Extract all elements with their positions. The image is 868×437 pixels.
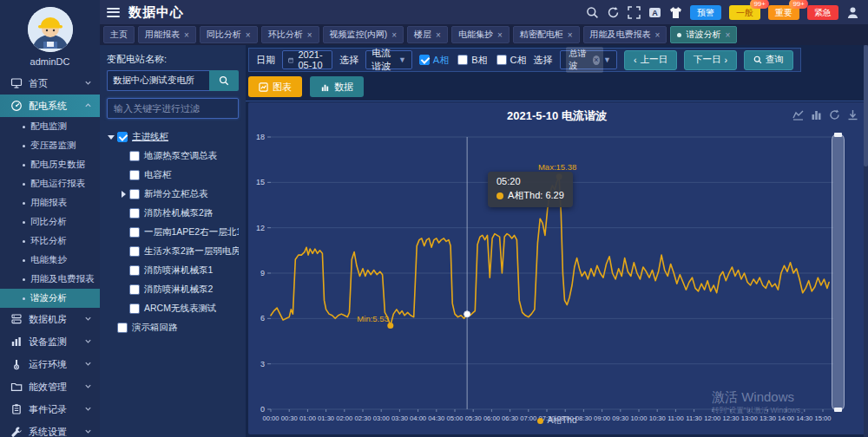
checkbox-icon[interactable]: [129, 303, 140, 314]
data-view-button[interactable]: 数据: [310, 76, 364, 97]
theme-shirt-icon[interactable]: [669, 6, 682, 19]
checkbox-icon[interactable]: [117, 323, 128, 333]
tree-node-生活水泵2路一层弱电房[interactable]: 生活水泵2路一层弱电房: [107, 242, 239, 261]
tree-node-电容柜[interactable]: 电容柜: [107, 166, 239, 185]
bar-chart-icon[interactable]: [811, 109, 822, 121]
checkbox-icon[interactable]: [129, 227, 140, 238]
sidebar-subitem-变压器监测[interactable]: 变压器监测: [0, 136, 100, 155]
tab-close-icon[interactable]: ×: [568, 30, 573, 40]
language-icon[interactable]: A: [648, 6, 661, 19]
tab-close-icon[interactable]: ×: [391, 30, 397, 40]
tree-node-消防喷淋机械泵1[interactable]: 消防喷淋机械泵1: [107, 261, 239, 280]
tab-close-icon[interactable]: ×: [497, 30, 503, 40]
tab-close-icon[interactable]: ×: [307, 30, 312, 40]
sidebar-item-首页[interactable]: 首页: [0, 72, 100, 95]
datazoom-bottom-handle[interactable]: [834, 408, 842, 412]
tab-同比分析[interactable]: 同比分析×: [200, 26, 258, 43]
restore-icon[interactable]: [829, 109, 840, 121]
checkbox-icon[interactable]: [129, 265, 140, 276]
tree-node-消防喷淋机械泵2[interactable]: 消防喷淋机械泵2: [107, 280, 239, 299]
caret-down-icon[interactable]: [107, 135, 115, 140]
tree-node-演示箱回路[interactable]: 演示箱回路: [107, 318, 239, 337]
tab-close-icon[interactable]: ×: [436, 30, 441, 40]
alert-button-general[interactable]: 一般99+: [729, 5, 760, 20]
sidebar-subitem-配电监测[interactable]: 配电监测: [0, 117, 100, 136]
tab-close-icon[interactable]: ×: [246, 30, 251, 40]
next-day-button[interactable]: 下一日 ›: [684, 50, 737, 70]
tab-环比分析[interactable]: 环比分析×: [261, 26, 319, 43]
query-button[interactable]: 查询: [744, 50, 793, 70]
tree-node-新增分立柜总表[interactable]: 新增分立柜总表: [107, 185, 239, 204]
checkbox-icon[interactable]: [419, 55, 430, 65]
tree-node-一层南1APE2右一层北1APE1左[interactable]: 一层南1APE2右一层北1APE1左: [107, 223, 239, 242]
station-input[interactable]: 数据中心测试变电所: [107, 70, 209, 91]
tab-close-icon[interactable]: ×: [725, 30, 730, 40]
tree-filter-input[interactable]: 输入关键字进行过滤: [107, 98, 239, 119]
datazoom-slider[interactable]: [832, 134, 845, 411]
sidebar-item-运行环境[interactable]: 运行环境: [0, 353, 100, 375]
station-search-button[interactable]: [209, 70, 239, 91]
tree-node-消防栓机械泵2路[interactable]: 消防栓机械泵2路: [107, 204, 239, 223]
tab-视频监控(内网)[interactable]: 视频监控(内网)×: [323, 26, 404, 43]
scrollbar[interactable]: [864, 45, 868, 437]
caret-right-icon[interactable]: [119, 191, 128, 198]
phase-checkbox-B相[interactable]: B相: [457, 54, 487, 67]
phase-checkbox-A相[interactable]: A相: [419, 54, 449, 67]
harmonic-order-select[interactable]: 总谐波× ▼: [560, 50, 618, 69]
sidebar-item-事件记录[interactable]: 事件记录: [0, 398, 100, 421]
chart-view-button[interactable]: 图表: [248, 76, 302, 97]
checkbox-icon[interactable]: [129, 189, 140, 199]
sidebar-item-设备监测[interactable]: 设备监测: [0, 330, 100, 353]
sidebar-subitem-同比分析[interactable]: 同比分析: [0, 212, 100, 232]
sidebar-item-系统设置[interactable]: 系统设置: [0, 421, 100, 437]
tab-精密配电柜[interactable]: 精密配电柜×: [513, 26, 580, 43]
tab-close-icon[interactable]: ×: [184, 30, 189, 40]
sidebar-subitem-电能集抄[interactable]: 电能集抄: [0, 251, 100, 270]
sidebar-item-数据机房[interactable]: 数据机房: [0, 308, 100, 330]
sidebar-subitem-用能及电费报表[interactable]: 用能及电费报表: [0, 270, 100, 289]
checkbox-icon[interactable]: [129, 170, 140, 180]
phase-checkbox-C相[interactable]: C相: [496, 54, 527, 67]
avatar[interactable]: [0, 0, 100, 52]
tree-node-主进线柜[interactable]: 主进线柜: [107, 127, 239, 147]
tab-用能报表[interactable]: 用能报表×: [138, 26, 196, 43]
tree-node-地源热泵空调总表[interactable]: 地源热泵空调总表: [107, 147, 239, 166]
sidebar-subitem-谐波分析[interactable]: 谐波分析: [0, 289, 100, 308]
alert-button-important[interactable]: 重要99+: [768, 5, 799, 20]
date-picker[interactable]: 2021-05-10: [282, 50, 332, 69]
sidebar-item-能效管理[interactable]: 能效管理: [0, 375, 100, 398]
alert-button-warning[interactable]: 预警: [690, 5, 721, 20]
line-chart-plot[interactable]: 036912151800:0000:3001:0001:3002:0002:30…: [248, 102, 863, 434]
checkbox-icon[interactable]: [129, 284, 140, 295]
checkbox-icon[interactable]: [129, 246, 140, 257]
checkbox-icon[interactable]: [457, 55, 468, 65]
line-chart-icon[interactable]: [792, 109, 804, 121]
datazoom-top-handle[interactable]: [834, 133, 842, 137]
checkbox-icon[interactable]: [129, 151, 140, 161]
sidebar-subitem-配电历史数据[interactable]: 配电历史数据: [0, 155, 100, 174]
sidebar-subitem-环比分析[interactable]: 环比分析: [0, 232, 100, 251]
harmonic-type-select[interactable]: 电流谐波▼: [365, 50, 412, 69]
sidebar-subitem-用能报表[interactable]: 用能报表: [0, 193, 100, 212]
tag-remove-icon[interactable]: ×: [593, 55, 600, 65]
sidebar-item-配电系统[interactable]: 配电系统: [0, 95, 100, 117]
alert-button-urgent[interactable]: 紧急: [807, 5, 838, 20]
tab-谐波分析[interactable]: 谐波分析×: [670, 26, 737, 43]
checkbox-icon[interactable]: [117, 132, 128, 142]
download-icon[interactable]: [847, 109, 858, 121]
refresh-icon[interactable]: [607, 6, 620, 19]
fullscreen-icon[interactable]: [628, 6, 641, 19]
scrollbar-thumb[interactable]: [864, 45, 868, 166]
tab-用能及电费报表[interactable]: 用能及电费报表×: [583, 26, 667, 43]
search-icon[interactable]: [586, 6, 599, 19]
menu-toggle-icon[interactable]: [107, 8, 120, 17]
tab-close-icon[interactable]: ×: [655, 30, 661, 40]
tab-主页[interactable]: 主页: [103, 26, 135, 43]
tab-电能集抄[interactable]: 电能集抄×: [451, 26, 510, 43]
tree-node-ARCM无线表测试[interactable]: ARCM无线表测试: [107, 299, 239, 318]
chart-legend[interactable]: A相Thd: [248, 414, 865, 427]
checkbox-icon[interactable]: [496, 55, 507, 65]
tab-楼层[interactable]: 楼层×: [407, 26, 448, 43]
sidebar-subitem-配电运行报表[interactable]: 配电运行报表: [0, 174, 100, 193]
prev-day-button[interactable]: ‹ 上一日: [624, 50, 677, 70]
